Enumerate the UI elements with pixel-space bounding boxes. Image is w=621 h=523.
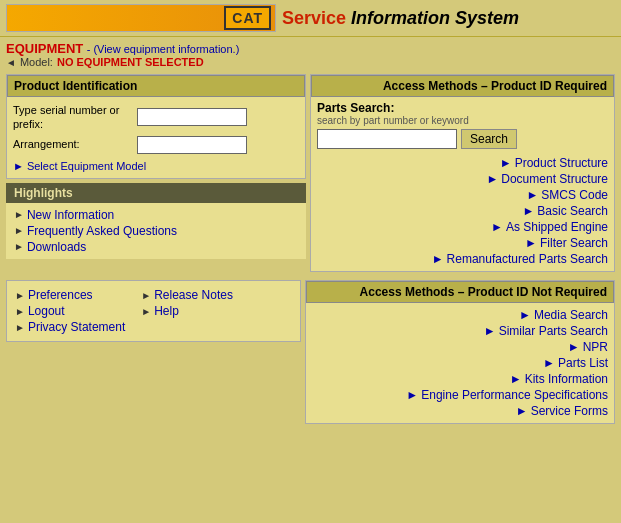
as-shipped-link[interactable]: ► As Shipped Engine xyxy=(317,219,608,235)
bs-label: Basic Search xyxy=(537,204,608,218)
access-methods-header: Access Methods – Product ID Required xyxy=(311,75,614,97)
serial-row: Type serial number or prefix: xyxy=(13,103,299,132)
arrow-icon-1: ► xyxy=(14,225,24,236)
highlights-link-2[interactable]: ► Downloads xyxy=(14,239,298,255)
ep-arrow: ► xyxy=(406,388,418,402)
search-button[interactable]: Search xyxy=(461,129,517,149)
highlights-label-1: Frequently Asked Questions xyxy=(27,224,177,238)
back-arrow[interactable]: ◄ xyxy=(6,57,16,68)
sp-arrow: ► xyxy=(484,324,496,338)
privacy-arrow: ► xyxy=(15,322,25,333)
parts-search-input[interactable] xyxy=(317,129,457,149)
view-equipment-link[interactable]: - (View equipment information.) xyxy=(87,43,240,55)
rp-label: Remanufactured Parts Search xyxy=(447,252,608,266)
smcs-code-link[interactable]: ► SMCS Code xyxy=(317,187,608,203)
rn-arrow: ► xyxy=(141,290,151,301)
product-id-header: Product Identification xyxy=(7,75,305,97)
header-title: Service Information System xyxy=(282,8,519,29)
ki-arrow: ► xyxy=(510,372,522,386)
kits-info-link[interactable]: ► Kits Information xyxy=(312,371,608,387)
arrangement-input[interactable] xyxy=(137,136,247,154)
smcs-label: SMCS Code xyxy=(541,188,608,202)
basic-search-link[interactable]: ► Basic Search xyxy=(317,203,608,219)
logout-link[interactable]: ► Logout xyxy=(15,303,125,319)
not-required-section: Access Methods – Product ID Not Required… xyxy=(305,280,615,424)
preferences-link[interactable]: ► Preferences xyxy=(15,287,125,303)
ms-arrow: ► xyxy=(519,308,531,322)
cat-logo: CAT xyxy=(224,6,271,30)
reman-parts-link[interactable]: ► Remanufactured Parts Search xyxy=(317,251,608,267)
highlights-body: ► New Information ► Frequently Asked Que… xyxy=(6,203,306,259)
release-notes-link[interactable]: ► Release Notes xyxy=(141,287,233,303)
highlights-header: Highlights xyxy=(6,183,306,203)
serial-label: Type serial number or prefix: xyxy=(13,103,133,132)
bottom-right: Access Methods – Product ID Not Required… xyxy=(305,280,615,424)
ps-label: Product Structure xyxy=(515,156,608,170)
header-service: Service xyxy=(282,8,346,28)
bottom-layout: ► Preferences ► Logout ► Privacy Stateme… xyxy=(0,280,621,428)
ps-arrow: ► xyxy=(500,156,512,170)
preferences-label: Preferences xyxy=(28,288,93,302)
ki-label: Kits Information xyxy=(525,372,608,386)
ds-label: Document Structure xyxy=(501,172,608,186)
not-required-body: ► Media Search ► Similar Parts Search ► … xyxy=(306,303,614,423)
search-row: Search xyxy=(317,129,608,149)
main-top-layout: Product Identification Type serial numbe… xyxy=(0,70,621,280)
npr-arrow: ► xyxy=(568,340,580,354)
equipment-title: EQUIPMENT xyxy=(6,41,83,56)
pl-arrow: ► xyxy=(543,356,555,370)
privacy-link[interactable]: ► Privacy Statement xyxy=(15,319,125,335)
help-link[interactable]: ► Help xyxy=(141,303,233,319)
pref-arrow: ► xyxy=(15,290,25,301)
arrangement-row: Arrangement: xyxy=(13,136,299,154)
product-structure-link[interactable]: ► Product Structure xyxy=(317,155,608,171)
arrow-icon-2: ► xyxy=(14,241,24,252)
serial-input[interactable] xyxy=(137,108,247,126)
highlights-link-1[interactable]: ► Frequently Asked Questions xyxy=(14,223,298,239)
no-equipment-status: NO EQUIPMENT SELECTED xyxy=(57,56,204,68)
equipment-bar: EQUIPMENT - (View equipment information.… xyxy=(0,37,621,70)
engine-perf-link[interactable]: ► Engine Performance Specifications xyxy=(312,387,608,403)
header-info: Information System xyxy=(351,8,519,28)
select-model-link[interactable]: ► Select Equipment Model xyxy=(13,160,299,172)
bottom-nav-col1: ► Preferences ► Logout ► Privacy Stateme… xyxy=(15,287,125,335)
npr-link[interactable]: ► NPR xyxy=(312,339,608,355)
similar-parts-link[interactable]: ► Similar Parts Search xyxy=(312,323,608,339)
logo-bar: CAT Service Information System xyxy=(6,4,519,32)
bs-arrow: ► xyxy=(522,204,534,218)
bottom-nav-col2: ► Release Notes ► Help xyxy=(141,287,233,335)
filter-search-link[interactable]: ► Filter Search xyxy=(317,235,608,251)
left-column: Product Identification Type serial numbe… xyxy=(6,74,306,276)
highlights-section: Highlights ► New Information ► Frequentl… xyxy=(6,183,306,259)
model-row: ◄ Model: NO EQUIPMENT SELECTED xyxy=(6,56,615,68)
release-notes-label: Release Notes xyxy=(154,288,233,302)
sf-label: Service Forms xyxy=(531,404,608,418)
fs-arrow: ► xyxy=(525,236,537,250)
logout-arrow: ► xyxy=(15,306,25,317)
access-methods-body: Parts Search: search by part number or k… xyxy=(311,97,614,271)
as-arrow: ► xyxy=(491,220,503,234)
privacy-label: Privacy Statement xyxy=(28,320,125,334)
bottom-left: ► Preferences ► Logout ► Privacy Stateme… xyxy=(6,280,301,424)
bottom-nav: ► Preferences ► Logout ► Privacy Stateme… xyxy=(6,280,301,342)
highlights-label-2: Downloads xyxy=(27,240,86,254)
document-structure-link[interactable]: ► Document Structure xyxy=(317,171,608,187)
media-search-link[interactable]: ► Media Search xyxy=(312,307,608,323)
right-links: ► Product Structure ► Document Structure… xyxy=(317,155,608,267)
npr-label: NPR xyxy=(583,340,608,354)
header: CAT Service Information System xyxy=(0,0,621,37)
service-forms-link[interactable]: ► Service Forms xyxy=(312,403,608,419)
parts-search-sub: search by part number or keyword xyxy=(317,115,608,126)
arrangement-label: Arrangement: xyxy=(13,137,133,151)
product-id-section: Product Identification Type serial numbe… xyxy=(6,74,306,179)
select-model-arrow: ► xyxy=(13,160,24,172)
smcs-arrow: ► xyxy=(526,188,538,202)
help-arrow: ► xyxy=(141,306,151,317)
highlights-link-0[interactable]: ► New Information xyxy=(14,207,298,223)
rp-arrow: ► xyxy=(432,252,444,266)
help-label: Help xyxy=(154,304,179,318)
parts-list-link[interactable]: ► Parts List xyxy=(312,355,608,371)
fs-label: Filter Search xyxy=(540,236,608,250)
right-column: Access Methods – Product ID Required Par… xyxy=(306,74,615,276)
arrow-icon-0: ► xyxy=(14,209,24,220)
